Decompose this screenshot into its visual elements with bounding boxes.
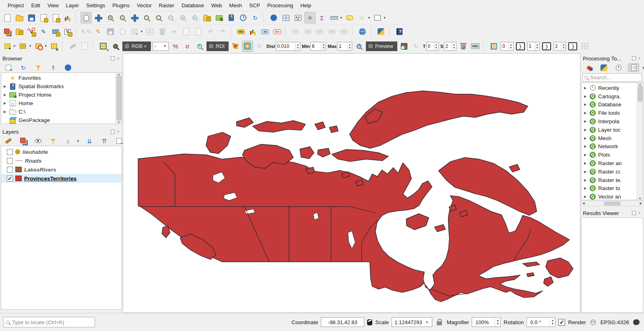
processing-group-recently[interactable]: ▶Recently [582,84,643,92]
new-temporary-layer-icon[interactable]: V [62,26,73,37]
scp-stretch-sigma-icon[interactable]: σ [182,41,193,52]
browser-item-c-[interactable]: ▶C:\ [1,108,122,116]
query-icon-dropdown[interactable]: ▼ [367,16,371,20]
deselect-features-icon-dropdown[interactable]: ▼ [44,44,47,48]
select-by-value-icon[interactable] [17,41,29,52]
pan-to-selection-icon[interactable] [93,12,104,23]
browser-item-home[interactable]: ▶⌂Home [1,99,122,108]
processing-close-icon[interactable]: × [638,56,642,60]
scroll-left-icon[interactable]: ◀ [582,202,584,205]
scp-rgb-pill-radio[interactable] [125,44,129,48]
pin-labels-icon[interactable]: ab [260,26,271,37]
save-project-icon[interactable] [26,12,37,23]
show-bookmarks-icon[interactable] [213,12,225,23]
map-tips-icon[interactable] [344,12,355,23]
new-geopackage-icon[interactable]: ✎ [38,26,49,37]
processing-search-input[interactable]: Search... [582,73,642,82]
menu-view[interactable]: View [44,1,62,10]
layer-checkbox[interactable] [7,167,13,173]
processing-group-layer-toc[interactable]: ▶QLayer toc [582,126,643,134]
browser-filter-icon[interactable] [33,63,44,72]
toolbar-overflow-icon[interactable]: » [642,65,644,70]
scp-zoom-plus-icon[interactable]: + [194,41,205,52]
layer-item-lieuhabite[interactable]: lieuhabite [1,147,122,156]
zoom-to-layer-icon[interactable] [141,12,152,23]
zoom-out-icon[interactable]: − [117,12,128,23]
menu-help[interactable]: Help [297,1,315,10]
menu-database[interactable]: Database [178,1,208,10]
scroll-up-icon[interactable]: ▲ [118,73,120,76]
edit-inplace-icon[interactable] [628,63,639,72]
layer-style-icon[interactable] [3,137,14,145]
new-shapefile-icon[interactable]: V [26,26,37,37]
layers-close-icon[interactable]: × [116,130,120,134]
scroll-right-icon[interactable]: ▶ [640,202,642,205]
menu-web[interactable]: Web [208,1,226,10]
zoom-to-selection-icon[interactable] [153,12,164,23]
menu-settings[interactable]: Settings [83,1,109,10]
locator-input[interactable]: Type to locate (Ctrl+K) [3,317,95,327]
menu-plugins[interactable]: Plugins [109,1,133,10]
menu-raster[interactable]: Raster [155,1,178,10]
scp-min-spin[interactable]: Min6▲▼ [302,42,326,51]
processing-group-raster-cr-[interactable]: ▶QRaster cr. [582,168,643,176]
browser-item-spatial-bookmarks[interactable]: ▶Spatial Bookmarks [1,82,122,91]
results-float-icon[interactable] [632,211,636,215]
rotation-spinner[interactable]: 0.0 ° ▲▼ [526,317,555,327]
layout-manager-icon[interactable] [50,12,61,23]
scroll-up-icon[interactable]: ▲ [639,83,642,86]
filter-legend-icon[interactable] [47,137,59,145]
coordinate-input[interactable]: -98.31,42.83 [321,317,364,327]
browser-item-geopackage[interactable]: GeoPackage [1,116,122,124]
new-project-icon[interactable] [2,12,13,23]
band-spin-1[interactable]: 1▲▼ [527,42,540,51]
scp-roi-pill-radio[interactable] [209,44,213,48]
scroll-down-icon[interactable]: ▼ [118,121,120,124]
scale-combo[interactable]: 1:12447293 ▼ [392,317,432,327]
processing-group-file-tools[interactable]: ▶QFile tools [582,109,643,117]
browser-float-icon[interactable] [111,56,115,60]
manage-visibility-icon[interactable] [33,137,44,145]
menu-project[interactable]: Project [4,1,27,10]
add-group-icon[interactable] [18,137,29,145]
scp-rgb-composite-icon[interactable] [398,41,410,52]
scp-kml-icon[interactable]: KML [470,41,481,52]
browser-refresh-icon[interactable]: ↻ [18,63,29,72]
attribute-table-icon[interactable] [280,12,291,23]
layers-float-icon[interactable] [111,130,115,134]
scp-rgb-pill[interactable]: RGB = [122,41,151,51]
processing-scrollbar[interactable]: ▲ ▼ [637,83,643,200]
menu-layer[interactable]: Layer [62,1,83,10]
processing-group-database[interactable]: ▶QDatabase [582,101,643,109]
open-project-icon[interactable] [14,12,25,23]
measure-icon[interactable] [328,12,340,23]
processing-group-raster-te-[interactable]: ▶QRaster te. [582,176,643,184]
python-console-icon[interactable] [376,26,387,37]
processing-group-mesh[interactable]: ▶QMesh [582,134,643,143]
select-features-icon[interactable] [2,41,13,52]
processing-group-cartogra-[interactable]: ▶QCartogra. [582,92,643,101]
layer-checkbox[interactable] [7,158,13,164]
menu-scp[interactable]: SCP [246,1,264,10]
scp-s-spin[interactable]: S2▲▼ [440,42,456,51]
processing-group-vector-an[interactable]: ▶QVector an [582,192,643,200]
vertex-tool-icon-dropdown[interactable]: ▼ [140,30,143,33]
crs-status[interactable]: EPSG:4326 [601,319,629,325]
browser-add-icon[interactable] [3,63,14,72]
help-icon[interactable]: ? [394,26,405,37]
scp-preview-zoom-icon[interactable]: + [353,41,365,52]
scp-rgb-combo[interactable]: -▼ [153,42,169,51]
bookmark-panel-icon[interactable] [225,12,237,23]
scp-roi-pill[interactable]: ROI [206,41,229,51]
models-icon[interactable]: ✱ [583,63,594,72]
zoom-full-icon[interactable] [129,12,140,23]
scp-preview-pill-radio[interactable] [368,44,373,48]
field-calculator-icon[interactable] [292,12,303,23]
collapse-all-icon[interactable]: ⇈ [99,137,110,145]
scp-dist-spin[interactable]: Dist0.010▲▼ [266,42,300,51]
scp-image-zoom-icon[interactable] [110,41,121,52]
processing-toolbox-icon[interactable]: ✳ [304,12,316,23]
layer-item-roads[interactable]: Roads [1,156,122,165]
refresh-map-icon[interactable]: ↻ [250,12,261,23]
new-print-layout-icon[interactable] [38,12,49,23]
